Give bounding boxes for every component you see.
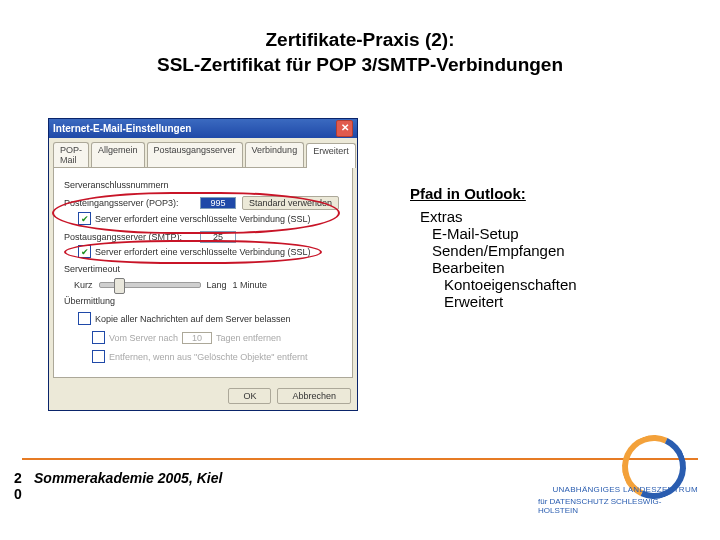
use-default-button[interactable]: Standard verwenden (242, 196, 339, 210)
path-item: Senden/Empfangen (432, 242, 640, 259)
remove-deleted-checkbox: ✔ (92, 350, 105, 363)
group-ports-label: Serveranschlussnummern (64, 180, 342, 190)
brand-line-1: UNABHÄNGIGES LANDESZENTRUM (552, 485, 698, 494)
cancel-button[interactable]: Abbrechen (277, 388, 351, 404)
path-item: Bearbeiten (432, 259, 640, 276)
close-icon[interactable]: ✕ (336, 120, 353, 137)
path-item: Kontoeigenschaften (444, 276, 640, 293)
days-label: Tagen entfernen (216, 333, 281, 343)
remove-deleted-label: Entfernen, wenn aus "Gelöschte Objekte" … (109, 352, 308, 362)
tab-outgoing[interactable]: Postausgangsserver (147, 142, 243, 167)
ssl-outgoing-label: Server erfordert eine verschlüsselte Ver… (95, 247, 311, 257)
ok-button[interactable]: OK (228, 388, 271, 404)
tab-advanced[interactable]: Erweitert (306, 143, 356, 168)
smtp-port-input[interactable]: 25 (200, 231, 236, 243)
leave-copy-checkbox[interactable]: ✔ (78, 312, 91, 325)
path-item: Erweitert (444, 293, 640, 310)
logo-ring-icon (613, 426, 695, 508)
path-item: E-Mail-Setup (432, 225, 640, 242)
ssl-incoming-label: Server erfordert eine verschlüsselte Ver… (95, 214, 311, 224)
dialog-titlebar[interactable]: Internet-E-Mail-Einstellungen ✕ (49, 119, 357, 138)
title-line-2: SSL-Zertifikat für POP 3/SMTP-Verbindung… (0, 53, 720, 78)
tab-general[interactable]: Allgemein (91, 142, 145, 167)
leave-copy-label: Kopie aller Nachrichten auf dem Server b… (95, 314, 291, 324)
timeout-slider[interactable] (99, 282, 201, 288)
dialog-panel: Serveranschlussnummern Posteingangsserve… (53, 167, 353, 378)
group-delivery-label: Übermittlung (64, 296, 342, 306)
slide-title: Zertifikate-Praxis (2): SSL-Zertifikat f… (0, 28, 720, 77)
ssl-incoming-checkbox[interactable]: ✔ (78, 212, 91, 225)
tab-popmail[interactable]: POP-Mail (53, 142, 89, 167)
dialog-title: Internet-E-Mail-Einstellungen (53, 119, 191, 138)
dialog-tabs: POP-Mail Allgemein Postausgangsserver Ve… (49, 138, 357, 167)
title-line-1: Zertifikate-Praxis (2): (0, 28, 720, 53)
brand-logo: UNABHÄNGIGES LANDESZENTRUM für DATENSCHU… (538, 435, 698, 520)
path-heading: Pfad in Outlook: (410, 185, 640, 202)
remove-after-checkbox: ✔ (92, 331, 105, 344)
pop3-label: Posteingangsserver (POP3): (64, 198, 194, 208)
email-settings-dialog: Internet-E-Mail-Einstellungen ✕ POP-Mail… (48, 118, 358, 411)
ssl-outgoing-checkbox[interactable]: ✔ (78, 245, 91, 258)
brand-line-2: für DATENSCHUTZ SCHLESWIG-HOLSTEIN (538, 497, 698, 515)
timeout-short-label: Kurz (74, 280, 93, 290)
remove-after-label: Vom Server nach (109, 333, 178, 343)
page-number: 2 0 (14, 470, 22, 502)
path-item: Extras (420, 208, 640, 225)
footer-text: Sommerakademie 2005, Kiel (34, 470, 222, 486)
slider-thumb-icon[interactable] (114, 278, 125, 294)
outlook-path-block: Pfad in Outlook: Extras E-Mail-Setup Sen… (410, 185, 640, 310)
tab-connection[interactable]: Verbindung (245, 142, 305, 167)
timeout-value: 1 Minute (233, 280, 268, 290)
group-timeout-label: Servertimeout (64, 264, 342, 274)
days-stepper: 10 (182, 332, 212, 344)
smtp-label: Postausgangsserver (SMTP): (64, 232, 194, 242)
pop3-port-input[interactable]: 995 (200, 197, 236, 209)
timeout-long-label: Lang (207, 280, 227, 290)
